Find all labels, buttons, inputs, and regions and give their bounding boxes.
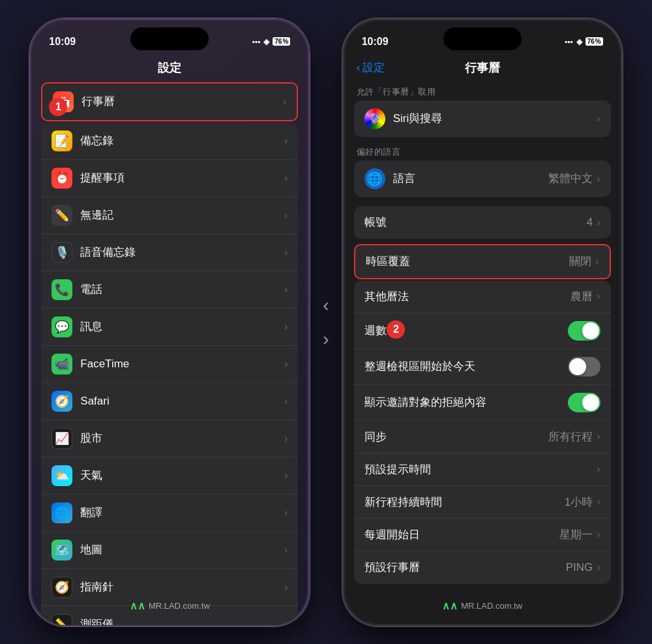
right-status-bar: 10:09 ▪▪▪ ◈ 76% [344, 20, 621, 55]
timezone-highlight-row[interactable]: 時區覆蓋 關閉 › [354, 244, 611, 279]
language-row[interactable]: 🌐 語言 繁體中文 › [354, 161, 611, 197]
left-arrow: ‹ [323, 295, 329, 316]
measure-label: 測距儀 [80, 617, 284, 625]
messages-icon: 💬 [52, 316, 72, 337]
translate-label: 翻譯 [80, 505, 284, 520]
new-event-row[interactable]: 新行程持續時間 1小時 › [354, 486, 611, 519]
notes-icon: 📝 [52, 130, 72, 151]
left-settings-group: 📝 備忘錄 › ⏰ 提醒事項 › ✏️ 無邊記 › 🎙️ 語音備忘錄 [41, 123, 298, 625]
phone-row[interactable]: 📞 電話 › [41, 271, 298, 309]
reminders-label: 提醒事項 [80, 170, 284, 185]
measure-icon: 📏 [52, 614, 72, 625]
left-time: 10:09 [49, 36, 76, 48]
watermark-text: MR.LAD.com.tw [149, 601, 210, 611]
calendar-row[interactable]: 📅 行事曆 › [42, 84, 297, 120]
right-signal-icon: ▪▪▪ [565, 37, 573, 46]
invitee-decline-label: 顯示邀請對象的拒絕內容 [364, 395, 568, 410]
language-label: 語言 [393, 171, 549, 186]
safari-icon: 🧭 [52, 391, 72, 412]
week-start-row[interactable]: 整週檢視區開始於今天 [354, 349, 611, 385]
siri-label: Siri與搜尋 [393, 111, 597, 126]
maps-icon: 🗺️ [52, 540, 72, 560]
stocks-icon: 📈 [52, 428, 72, 449]
weather-icon: ⛅ [52, 465, 72, 486]
right-nav-title: 行事曆 [465, 60, 500, 76]
compass-icon: 🧭 [52, 577, 72, 598]
weather-row[interactable]: ⛅ 天氣 › [41, 457, 298, 495]
safari-label: Safari [80, 395, 284, 408]
left-status-icons: ▪▪▪ ◈ 76% [252, 37, 291, 46]
back-chevron: ‹ [357, 61, 361, 74]
compass-label: 指南針 [80, 579, 284, 594]
left-phone: 10:09 ▪▪▪ ◈ 76% 設定 📅 行事曆 › [29, 18, 310, 626]
watermark-left: ∧∧ MR.LAD.com.tw [130, 600, 210, 612]
facetime-row[interactable]: 📹 FaceTime › [41, 346, 298, 383]
right-dynamic-island [443, 27, 522, 50]
left-status-bar: 10:09 ▪▪▪ ◈ 76% [31, 20, 308, 55]
new-event-label: 新行程持續時間 [364, 495, 565, 510]
right-nav-bar: ‹ 設定 行事曆 [344, 55, 621, 82]
signal-icon: ▪▪▪ [252, 37, 261, 46]
sync-row[interactable]: 同步 所有行程 › [354, 421, 611, 453]
account-label: 帳號 [364, 215, 587, 230]
default-calendar-row[interactable]: 預設行事曆 PING › [354, 551, 611, 584]
notes-label: 備忘錄 [80, 133, 284, 148]
reminders-row[interactable]: ⏰ 提醒事項 › [41, 160, 298, 197]
timezone-label: 時區覆蓋 [366, 254, 570, 269]
week-start-day-value: 星期一 [559, 527, 593, 542]
right-phone: 10:09 ▪▪▪ ◈ 76% ‹ 設定 行事曆 允許「行事曆」取用 [342, 18, 623, 626]
other-calendar-value: 農曆 [570, 289, 593, 304]
invitee-decline-row[interactable]: 顯示邀請對象的拒絕內容 [354, 385, 611, 421]
right-wifi-icon: ◈ [576, 37, 582, 46]
voice-memos-label: 語音備忘錄 [80, 245, 284, 260]
voice-memos-row[interactable]: 🎙️ 語音備忘錄 › [41, 234, 298, 271]
new-event-value: 1小時 [565, 495, 593, 510]
siri-row[interactable]: 🔮 Siri與搜尋 › [354, 100, 611, 137]
left-dynamic-island [130, 27, 209, 50]
right-time: 10:09 [362, 36, 389, 48]
facetime-icon: 📹 [52, 354, 72, 375]
watermark-logo: ∧∧ [130, 600, 145, 612]
right-phone-content: ‹ 設定 行事曆 允許「行事曆」取用 🔮 Siri與搜尋 › 偏好的語言 🌐 [344, 55, 621, 625]
week-start-toggle[interactable] [568, 357, 600, 376]
safari-row[interactable]: 🧭 Safari › [41, 383, 298, 420]
language-group: 🌐 語言 繁體中文 › [354, 161, 611, 197]
other-calendar-row[interactable]: 其他曆法 農曆 › [354, 281, 611, 313]
messages-row[interactable]: 💬 訊息 › [41, 309, 298, 346]
reminders-icon: ⏰ [52, 168, 72, 189]
stocks-row[interactable]: 📈 股市 › [41, 420, 298, 457]
back-button[interactable]: ‹ 設定 [357, 60, 385, 75]
language-value: 繁體中文 [548, 171, 593, 186]
timezone-row[interactable]: 時區覆蓋 關閉 › [355, 245, 610, 278]
siri-group: 🔮 Siri與搜尋 › [354, 100, 611, 137]
default-alert-row[interactable]: 預設提示時間 › [354, 453, 611, 486]
translate-row[interactable]: 🌐 翻譯 › [41, 495, 298, 532]
freeform-row[interactable]: ✏️ 無邊記 › [41, 197, 298, 234]
calendar-highlight-row[interactable]: 📅 行事曆 › [41, 82, 298, 121]
right-battery-icon: 76% [585, 37, 603, 46]
section-lang-header: 偏好的語言 [344, 142, 621, 161]
invitee-decline-toggle[interactable] [568, 393, 600, 412]
section-allow-header: 允許「行事曆」取用 [344, 82, 621, 100]
default-calendar-value: PING [566, 561, 593, 574]
week-start-day-row[interactable]: 每週開始日 星期一 › [354, 519, 611, 551]
watermark-text-right: MR.LAD.com.tw [461, 601, 522, 611]
freeform-label: 無邊記 [80, 207, 284, 222]
stocks-label: 股市 [80, 431, 284, 446]
sync-value: 所有行程 [548, 429, 593, 444]
right-arrow: › [323, 329, 329, 350]
step-badge-1: 1 [49, 98, 67, 116]
left-phone-content: 設定 📅 行事曆 › 📝 備忘錄 › ⏰ 提醒事項 [31, 55, 308, 625]
week-start-day-label: 每週開始日 [364, 527, 560, 542]
globe-icon: 🌐 [364, 168, 385, 189]
notes-row[interactable]: 📝 備忘錄 › [41, 123, 298, 160]
sync-label: 同步 [364, 429, 549, 444]
maps-row[interactable]: 🗺️ 地圖 › [41, 532, 298, 569]
facetime-label: FaceTime [80, 358, 284, 371]
account-row[interactable]: 帳號 4 › [354, 206, 611, 239]
week-numbers-toggle[interactable] [568, 321, 600, 341]
phone-label: 電話 [80, 282, 284, 297]
freeform-icon: ✏️ [52, 205, 72, 226]
voice-memos-icon: 🎙️ [52, 242, 72, 263]
siri-icon: 🔮 [364, 108, 385, 129]
